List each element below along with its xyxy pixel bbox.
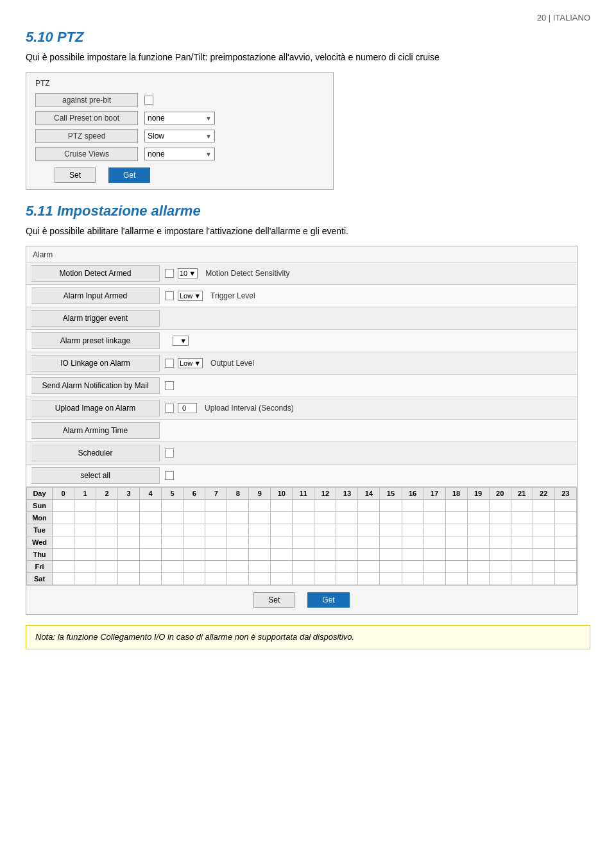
sched-cell-wed-23[interactable] (554, 536, 576, 549)
sched-cell-fri-1[interactable] (74, 561, 96, 573)
sched-cell-sat-21[interactable] (511, 573, 533, 585)
sched-cell-mon-10[interactable] (271, 512, 293, 524)
sched-cell-sat-17[interactable] (424, 573, 445, 585)
sched-cell-mon-19[interactable] (467, 512, 489, 524)
alarm-check-upload-image[interactable] (165, 404, 174, 413)
sched-cell-fri-16[interactable] (402, 561, 424, 573)
sched-cell-tue-14[interactable] (358, 524, 380, 536)
alarm-check-motion-detect[interactable] (165, 269, 174, 278)
sched-cell-mon-5[interactable] (162, 512, 184, 524)
sched-cell-tue-18[interactable] (445, 524, 467, 536)
sched-cell-sun-2[interactable] (96, 500, 118, 512)
sched-cell-wed-14[interactable] (358, 536, 380, 549)
sched-cell-tue-1[interactable] (74, 524, 96, 536)
sched-cell-thu-23[interactable] (554, 549, 576, 561)
sched-cell-mon-12[interactable] (314, 512, 336, 524)
sched-cell-mon-15[interactable] (380, 512, 402, 524)
sched-cell-sat-12[interactable] (314, 573, 336, 585)
sched-cell-fri-13[interactable] (336, 561, 358, 573)
ptz-checkbox-against-pre-bit[interactable] (144, 96, 153, 105)
sched-cell-mon-18[interactable] (445, 512, 467, 524)
sched-cell-thu-15[interactable] (380, 549, 402, 561)
ptz-select-speed[interactable]: Slow ▼ (144, 130, 215, 142)
sched-cell-sat-5[interactable] (162, 573, 184, 585)
sched-cell-thu-13[interactable] (336, 549, 358, 561)
sched-cell-fri-14[interactable] (358, 561, 380, 573)
sched-cell-thu-17[interactable] (424, 549, 445, 561)
sched-cell-wed-10[interactable] (271, 536, 293, 549)
sched-cell-sat-4[interactable] (140, 573, 162, 585)
sched-cell-wed-19[interactable] (467, 536, 489, 549)
sched-cell-mon-4[interactable] (140, 512, 162, 524)
sched-cell-mon-7[interactable] (205, 512, 227, 524)
sched-cell-fri-21[interactable] (511, 561, 533, 573)
sched-cell-wed-18[interactable] (445, 536, 467, 549)
sched-cell-sun-1[interactable] (74, 500, 96, 512)
sched-cell-tue-11[interactable] (293, 524, 314, 536)
sched-cell-sun-13[interactable] (336, 500, 358, 512)
sched-cell-mon-1[interactable] (74, 512, 96, 524)
sched-cell-thu-7[interactable] (205, 549, 227, 561)
sched-cell-fri-8[interactable] (227, 561, 249, 573)
sched-cell-tue-5[interactable] (162, 524, 184, 536)
sched-cell-sun-22[interactable] (533, 500, 554, 512)
alarm-check-select-all[interactable] (165, 471, 174, 480)
sched-cell-thu-10[interactable] (271, 549, 293, 561)
sched-cell-tue-15[interactable] (380, 524, 402, 536)
sched-cell-mon-22[interactable] (533, 512, 554, 524)
ptz-select-cruise[interactable]: none ▼ (144, 148, 215, 160)
sched-cell-tue-19[interactable] (467, 524, 489, 536)
sched-cell-sun-21[interactable] (511, 500, 533, 512)
sched-cell-thu-16[interactable] (402, 549, 424, 561)
sched-cell-mon-21[interactable] (511, 512, 533, 524)
sched-cell-wed-2[interactable] (96, 536, 118, 549)
upload-interval-input[interactable]: 0 (178, 403, 197, 413)
sched-cell-tue-13[interactable] (336, 524, 358, 536)
sched-cell-tue-22[interactable] (533, 524, 554, 536)
sched-cell-fri-22[interactable] (533, 561, 554, 573)
sched-cell-sat-15[interactable] (380, 573, 402, 585)
sched-cell-wed-6[interactable] (184, 536, 205, 549)
sched-cell-sat-0[interactable] (53, 573, 74, 585)
sched-cell-wed-9[interactable] (249, 536, 271, 549)
sched-cell-fri-6[interactable] (184, 561, 205, 573)
sched-cell-sun-18[interactable] (445, 500, 467, 512)
sched-cell-thu-21[interactable] (511, 549, 533, 561)
sched-cell-wed-7[interactable] (205, 536, 227, 549)
sched-cell-fri-3[interactable] (118, 561, 140, 573)
sched-cell-sun-8[interactable] (227, 500, 249, 512)
sched-cell-mon-13[interactable] (336, 512, 358, 524)
sched-cell-sat-23[interactable] (554, 573, 576, 585)
sched-cell-thu-6[interactable] (184, 549, 205, 561)
sched-cell-mon-6[interactable] (184, 512, 205, 524)
sched-cell-sun-9[interactable] (249, 500, 271, 512)
sched-cell-sun-19[interactable] (467, 500, 489, 512)
sched-cell-wed-13[interactable] (336, 536, 358, 549)
sched-cell-sun-17[interactable] (424, 500, 445, 512)
sched-cell-sat-22[interactable] (533, 573, 554, 585)
sched-cell-thu-18[interactable] (445, 549, 467, 561)
sched-cell-sat-1[interactable] (74, 573, 96, 585)
motion-detect-value-select[interactable]: 10 ▼ (178, 268, 198, 278)
sched-cell-fri-18[interactable] (445, 561, 467, 573)
sched-cell-sat-18[interactable] (445, 573, 467, 585)
sched-cell-mon-20[interactable] (489, 512, 511, 524)
sched-cell-tue-9[interactable] (249, 524, 271, 536)
sched-cell-thu-14[interactable] (358, 549, 380, 561)
sched-cell-sun-6[interactable] (184, 500, 205, 512)
sched-cell-wed-22[interactable] (533, 536, 554, 549)
sched-cell-sun-12[interactable] (314, 500, 336, 512)
sched-cell-wed-4[interactable] (140, 536, 162, 549)
sched-cell-tue-20[interactable] (489, 524, 511, 536)
ptz-select-call-preset[interactable]: none ▼ (144, 112, 215, 124)
sched-cell-thu-0[interactable] (53, 549, 74, 561)
sched-cell-tue-6[interactable] (184, 524, 205, 536)
sched-cell-mon-0[interactable] (53, 512, 74, 524)
sched-cell-sat-10[interactable] (271, 573, 293, 585)
sched-cell-sat-11[interactable] (293, 573, 314, 585)
sched-cell-wed-1[interactable] (74, 536, 96, 549)
sched-cell-fri-23[interactable] (554, 561, 576, 573)
sched-cell-sun-16[interactable] (402, 500, 424, 512)
sched-cell-thu-8[interactable] (227, 549, 249, 561)
input-armed-level-select[interactable]: Low ▼ (178, 291, 203, 301)
